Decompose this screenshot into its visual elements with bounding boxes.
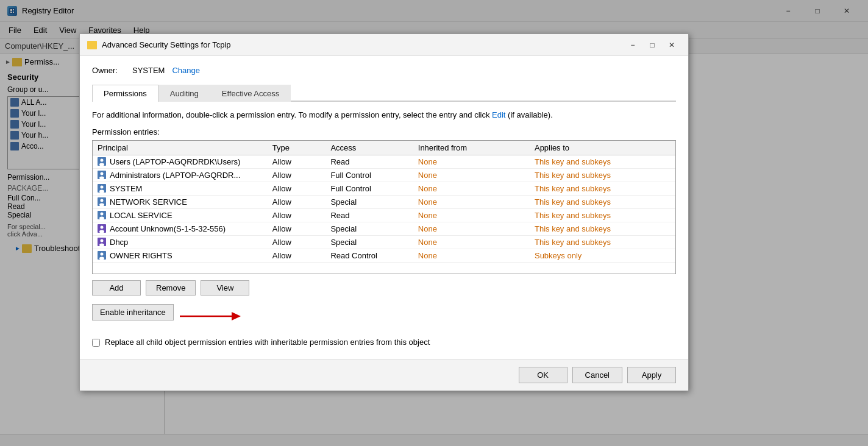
enable-inheritance-row: Enable inheritance <box>92 304 676 329</box>
svg-point-21 <box>101 226 104 229</box>
row-inherited-from: None <box>413 249 530 262</box>
col-inherited-from: Inherited from <box>413 141 530 155</box>
row-access: Special <box>326 222 413 235</box>
row-access: Read Control <box>326 249 413 262</box>
row-type: Allow <box>268 182 326 195</box>
row-principal: OWNER RIGHTS <box>93 249 268 262</box>
principal-icon <box>98 224 106 233</box>
info-text: For additional information, double-click… <box>92 109 676 121</box>
permission-entries-label: Permission entries: <box>92 127 676 136</box>
svg-point-12 <box>101 186 104 189</box>
row-applies-to: Subkeys only <box>530 249 675 262</box>
row-applies-to: This key and subkeys <box>530 195 675 208</box>
owner-label: Owner: <box>92 66 123 75</box>
row-inherited-from: None <box>413 235 530 249</box>
svg-point-9 <box>101 172 104 175</box>
replace-checkbox[interactable] <box>92 339 100 347</box>
edit-link[interactable]: Edit <box>492 110 505 119</box>
dialog-body: Owner: SYSTEM Change Permissions Auditin… <box>80 56 688 359</box>
row-principal: LOCAL SERVICE <box>93 208 268 222</box>
tab-effective-access[interactable]: Effective Access <box>210 85 291 102</box>
row-access: Full Control <box>326 168 413 182</box>
svg-point-27 <box>101 253 104 256</box>
principal-icon <box>98 171 106 179</box>
row-type: Allow <box>268 249 326 262</box>
row-access: Full Control <box>326 182 413 195</box>
owner-value: SYSTEM <box>132 66 165 75</box>
red-arrow-icon <box>174 308 247 325</box>
row-applies-to: This key and subkeys <box>530 182 675 195</box>
view-button[interactable]: View <box>201 280 249 296</box>
row-type: Allow <box>268 195 326 208</box>
dialog-title: Advanced Security Settings for Tcpip <box>102 40 624 49</box>
advanced-security-dialog: Advanced Security Settings for Tcpip − □… <box>79 34 689 391</box>
col-principal: Principal <box>93 141 268 155</box>
table-row[interactable]: LOCAL SERVICE Allow Read None This key a… <box>93 208 675 222</box>
add-button[interactable]: Add <box>92 280 141 296</box>
replace-checkbox-row: Replace all child object permission entr… <box>92 335 676 349</box>
row-type: Allow <box>268 222 326 235</box>
row-principal: NETWORK SERVICE <box>93 195 268 208</box>
table-row[interactable]: Account Unknown(S-1-5-32-556) Allow Spec… <box>93 222 675 235</box>
row-type: Allow <box>268 168 326 182</box>
tab-bar: Permissions Auditing Effective Access <box>92 85 676 102</box>
col-type: Type <box>268 141 326 155</box>
row-inherited-from: None <box>413 195 530 208</box>
owner-change-link[interactable]: Change <box>172 66 200 75</box>
permission-table-container[interactable]: Principal Type Access Inherited from App… <box>92 140 676 274</box>
row-type: Allow <box>268 155 326 168</box>
principal-icon <box>98 251 106 260</box>
table-row[interactable]: OWNER RIGHTS Allow Read Control None Sub… <box>93 249 675 262</box>
principal-icon <box>98 197 106 206</box>
enable-inheritance-button[interactable]: Enable inheritance <box>92 304 174 320</box>
action-buttons: Add Remove View <box>92 280 676 296</box>
tab-auditing[interactable]: Auditing <box>158 85 210 102</box>
cancel-button[interactable]: Cancel <box>572 367 622 383</box>
row-applies-to: This key and subkeys <box>530 208 675 222</box>
row-principal: SYSTEM <box>93 182 268 195</box>
table-row[interactable]: SYSTEM Allow Full Control None This key … <box>93 182 675 195</box>
apply-button[interactable]: Apply <box>627 367 676 383</box>
replace-label: Replace all child object permission entr… <box>105 338 430 347</box>
row-applies-to: This key and subkeys <box>530 155 675 168</box>
table-row[interactable]: NETWORK SERVICE Allow Special None This … <box>93 195 675 208</box>
dialog-maximize-button[interactable]: □ <box>643 37 661 54</box>
svg-point-15 <box>101 199 104 202</box>
principal-icon <box>98 211 106 219</box>
row-principal: Administrators (LAPTOP-AGQRDR... <box>93 168 268 182</box>
permission-table: Principal Type Access Inherited from App… <box>93 141 675 263</box>
ok-button[interactable]: OK <box>519 367 567 383</box>
row-applies-to: This key and subkeys <box>530 222 675 235</box>
dialog-controls: − □ ✕ <box>624 37 681 54</box>
principal-icon <box>98 157 106 166</box>
svg-point-24 <box>101 239 104 242</box>
table-row[interactable]: Users (LAPTOP-AGQRDRDK\Users) Allow Read… <box>93 155 675 168</box>
dialog-folder-icon <box>87 41 97 49</box>
svg-point-18 <box>101 213 104 216</box>
row-access: Special <box>326 195 413 208</box>
row-applies-to: This key and subkeys <box>530 168 675 182</box>
owner-row: Owner: SYSTEM Change <box>92 66 676 75</box>
row-access: Read <box>326 155 413 168</box>
col-applies-to: Applies to <box>530 141 675 155</box>
dialog-minimize-button[interactable]: − <box>624 37 642 54</box>
row-inherited-from: None <box>413 168 530 182</box>
table-row[interactable]: Dhcp Allow Special None This key and sub… <box>93 235 675 249</box>
dialog-close-button[interactable]: ✕ <box>663 37 681 54</box>
row-inherited-from: None <box>413 222 530 235</box>
svg-point-6 <box>101 159 104 162</box>
tab-permissions[interactable]: Permissions <box>92 85 158 102</box>
row-inherited-from: None <box>413 182 530 195</box>
col-access: Access <box>326 141 413 155</box>
dialog-titlebar: Advanced Security Settings for Tcpip − □… <box>80 34 688 56</box>
row-principal: Dhcp <box>93 235 268 249</box>
remove-button[interactable]: Remove <box>146 280 196 296</box>
table-row[interactable]: Administrators (LAPTOP-AGQRDR... Allow F… <box>93 168 675 182</box>
row-access: Special <box>326 235 413 249</box>
row-access: Read <box>326 208 413 222</box>
svg-marker-30 <box>232 312 241 320</box>
principal-icon <box>98 238 106 246</box>
principal-icon <box>98 184 106 193</box>
row-applies-to: This key and subkeys <box>530 235 675 249</box>
row-type: Allow <box>268 235 326 249</box>
